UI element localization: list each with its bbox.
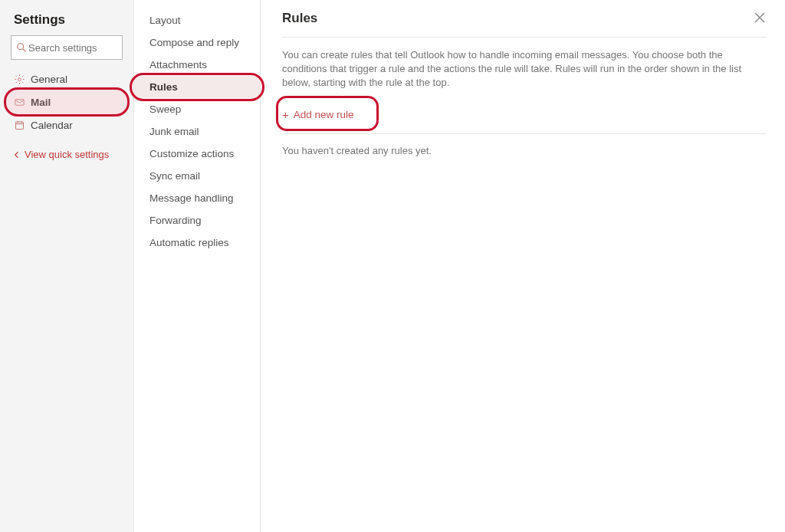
sidebar-item-mail[interactable]: Mail xyxy=(0,90,133,113)
svg-point-0 xyxy=(18,44,24,50)
category-label: Calendar xyxy=(31,120,73,131)
add-rule-section: + Add new rule xyxy=(282,100,767,134)
add-new-rule-button[interactable]: + Add new rule xyxy=(282,107,368,123)
add-rule-label: Add new rule xyxy=(294,109,354,120)
category-list: General Mail xyxy=(0,67,133,136)
search-box[interactable] xyxy=(11,35,123,60)
subnav-item-compose[interactable]: Compose and reply xyxy=(134,31,260,54)
category-label: Mail xyxy=(31,97,51,108)
chevron-left-icon xyxy=(12,150,21,159)
sidebar-item-calendar[interactable]: Calendar xyxy=(0,113,133,136)
subnav-item-forwarding[interactable]: Forwarding xyxy=(134,209,260,232)
subnav-item-junk[interactable]: Junk email xyxy=(134,120,260,143)
subnav-item-autoreply[interactable]: Automatic replies xyxy=(134,232,260,254)
quick-settings-label: View quick settings xyxy=(25,149,109,160)
search-wrap xyxy=(11,35,123,60)
subnav-item-rules[interactable]: Rules xyxy=(134,76,260,98)
page-title: Rules xyxy=(282,11,317,26)
search-icon xyxy=(16,42,27,53)
plus-icon: + xyxy=(282,108,289,121)
rules-description: You can create rules that tell Outlook h… xyxy=(282,48,767,90)
settings-title: Settings xyxy=(0,9,133,35)
gear-icon xyxy=(14,74,31,85)
svg-rect-3 xyxy=(15,99,24,105)
mail-icon xyxy=(14,97,31,108)
subnav-item-layout[interactable]: Layout xyxy=(134,9,260,31)
settings-app: Settings Gene xyxy=(0,0,785,532)
calendar-icon xyxy=(14,120,31,131)
close-icon[interactable] xyxy=(753,11,767,27)
category-label: General xyxy=(31,74,67,85)
subnav-item-attachments[interactable]: Attachments xyxy=(134,54,260,76)
svg-point-2 xyxy=(18,77,21,80)
subnav-item-mh[interactable]: Message handling xyxy=(134,187,260,209)
main-panel: Rules You can create rules that tell Out… xyxy=(261,0,785,532)
subnav-item-sweep[interactable]: Sweep xyxy=(134,98,260,120)
empty-state-text: You haven't created any rules yet. xyxy=(282,145,767,156)
sidebar-secondary: Layout Compose and reply Attachments Rul… xyxy=(134,0,261,532)
subnav-item-customize[interactable]: Customize actions xyxy=(134,143,260,165)
sidebar-item-general[interactable]: General xyxy=(0,67,133,90)
subnav-item-sync[interactable]: Sync email xyxy=(134,165,260,187)
svg-line-1 xyxy=(23,49,26,52)
main-header: Rules xyxy=(282,11,767,38)
sidebar-primary: Settings Gene xyxy=(0,0,134,532)
view-quick-settings-link[interactable]: View quick settings xyxy=(0,136,133,160)
svg-rect-4 xyxy=(16,122,24,129)
